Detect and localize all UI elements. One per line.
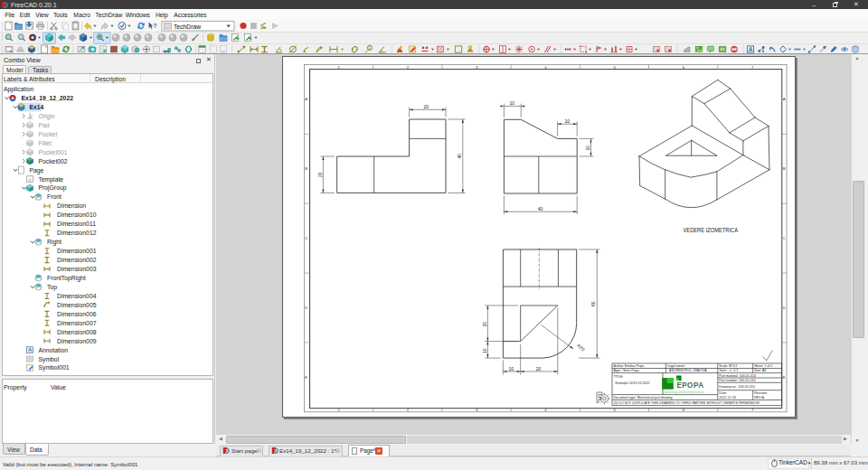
svg-text:TITLE:: TITLE: bbox=[614, 375, 624, 379]
svg-text:R20: R20 bbox=[576, 343, 586, 352]
svg-text:3: 3 bbox=[476, 65, 478, 70]
svg-text:Symbol001: Symbol001 bbox=[39, 364, 70, 371]
svg-text:2022-12-18: 2022-12-18 bbox=[719, 396, 735, 400]
svg-text:2: 2 bbox=[407, 65, 410, 70]
svg-text:Dimension012: Dimension012 bbox=[57, 230, 97, 236]
svg-text:Engineering and Drafting Servi: Engineering and Drafting Services bbox=[662, 390, 704, 394]
svg-text:Dimension001: Dimension001 bbox=[57, 248, 97, 254]
svg-text:10: 10 bbox=[565, 118, 571, 124]
svg-text:6: 6 bbox=[683, 65, 685, 70]
svg-text:Top: Top bbox=[47, 284, 57, 291]
svg-text:C: C bbox=[783, 236, 786, 240]
svg-text:B: B bbox=[305, 166, 307, 171]
svg-text:Legal owner:: Legal owner: bbox=[667, 364, 686, 368]
svg-text:A: A bbox=[28, 347, 33, 352]
svg-text:Part material: 100-01-014: Part material: 100-01-014 bbox=[719, 374, 756, 378]
svg-text:5: 5 bbox=[613, 65, 616, 70]
svg-text:Pocket001: Pocket001 bbox=[39, 149, 68, 155]
svg-text:Pocket: Pocket bbox=[39, 131, 58, 137]
svg-text:10: 10 bbox=[509, 366, 514, 371]
svg-text:Annotation: Annotation bbox=[39, 347, 69, 353]
svg-text:Dimension002: Dimension002 bbox=[57, 257, 97, 263]
svg-text:EPOPA: EPOPA bbox=[676, 381, 703, 390]
svg-text:7: 7 bbox=[751, 65, 754, 70]
svg-text:Dimension005: Dimension005 bbox=[57, 302, 97, 308]
svg-text:D: D bbox=[305, 306, 307, 310]
svg-text:10: 10 bbox=[482, 348, 487, 353]
svg-text:Appr.: Sorin Popa: Appr.: Sorin Popa bbox=[614, 369, 639, 372]
svg-text:Date:: Date: bbox=[719, 391, 727, 395]
svg-text:20: 20 bbox=[536, 366, 542, 371]
svg-text:Document type: Mechanical pa: Document type: Mechanical part drawing bbox=[614, 396, 673, 400]
svg-text:Front: Front bbox=[47, 193, 61, 200]
svg-text:Dimension010: Dimension010 bbox=[57, 212, 97, 218]
svg-text:Revision:: Revision: bbox=[754, 391, 768, 395]
svg-text:A: A bbox=[783, 97, 786, 101]
svg-text:Part number: 100-01-014: Part number: 100-01-014 bbox=[719, 379, 755, 382]
svg-text:Symbol: Symbol bbox=[39, 356, 60, 363]
svg-text:1: 1 bbox=[338, 65, 341, 70]
svg-text:Dimension004: Dimension004 bbox=[57, 293, 97, 299]
svg-text:40: 40 bbox=[538, 206, 543, 212]
svg-text:ProjGroup: ProjGroup bbox=[39, 184, 67, 192]
svg-text:Page: Page bbox=[30, 167, 44, 174]
svg-text:60: 60 bbox=[590, 301, 596, 306]
svg-text:Right: Right bbox=[47, 239, 61, 246]
svg-text:Dimension006: Dimension006 bbox=[57, 311, 97, 317]
svg-text:20: 20 bbox=[424, 104, 429, 109]
svg-text:Ex14: Ex14 bbox=[30, 104, 44, 110]
svg-text:Template: Template bbox=[39, 176, 64, 183]
svg-text:A: A bbox=[749, 46, 753, 52]
svg-text:Sheet: 1 of 1: Sheet: 1 of 1 bbox=[754, 364, 772, 368]
svg-text:10: 10 bbox=[510, 100, 515, 106]
svg-text:Dimension003: Dimension003 bbox=[57, 266, 97, 272]
svg-text:FrontTopRight: FrontTopRight bbox=[47, 275, 86, 282]
svg-text:E: E bbox=[305, 375, 307, 380]
svg-text:ASCENSORUL CRAIOVA: ASCENSORUL CRAIOVA bbox=[669, 369, 707, 372]
svg-text:Scale: M 3:2: Scale: M 3:2 bbox=[719, 364, 737, 368]
svg-text:Origin: Origin bbox=[39, 113, 55, 120]
svg-text:Exemplu 14/19.12.2022: Exemplu 14/19.12.2022 bbox=[616, 381, 650, 385]
svg-text:E: E bbox=[783, 375, 786, 380]
svg-text:Dimension008: Dimension008 bbox=[57, 329, 97, 335]
svg-text:VEDERE IZOMETRICA: VEDERE IZOMETRICA bbox=[684, 227, 739, 233]
svg-text:20: 20 bbox=[317, 172, 323, 177]
svg-text:D: D bbox=[783, 306, 786, 310]
svg-text:10: 10 bbox=[585, 146, 590, 151]
svg-text:Author: Emilian Popa: Author: Emilian Popa bbox=[614, 364, 645, 368]
svg-text:Dimension007: Dimension007 bbox=[57, 320, 97, 326]
svg-text:Dimension011: Dimension011 bbox=[57, 221, 96, 227]
svg-text:20: 20 bbox=[482, 322, 487, 327]
svg-text:REV A: REV A bbox=[754, 396, 764, 400]
svg-text:B: B bbox=[783, 166, 786, 171]
svg-text:Drawing no.: 100-01-014: Drawing no.: 100-01-014 bbox=[719, 385, 755, 389]
svg-text:A: A bbox=[305, 97, 307, 101]
svg-text:Pocket002: Pocket002 bbox=[39, 158, 68, 164]
svg-text:Pad: Pad bbox=[39, 122, 50, 128]
svg-text:40: 40 bbox=[457, 154, 462, 159]
svg-text:Toler.: +/- 0.1: Toler.: +/- 0.1 bbox=[719, 369, 738, 372]
svg-text:C: C bbox=[305, 236, 307, 240]
svg-text:Dimension: Dimension bbox=[57, 202, 86, 209]
svg-text:Fillet: Fillet bbox=[39, 140, 52, 146]
svg-text:4: 4 bbox=[544, 65, 547, 70]
svg-text:Ex14_19_12_2022: Ex14_19_12_2022 bbox=[22, 95, 74, 101]
svg-text:(X) DO NOT DUPLICATE THIS DRAW: (X) DO NOT DUPLICATE THIS DRAWING TO THI… bbox=[614, 401, 760, 405]
svg-text:Size: A3: Size: A3 bbox=[754, 369, 766, 372]
svg-text:Dimension009: Dimension009 bbox=[57, 338, 97, 344]
svg-text:Application: Application bbox=[4, 86, 33, 93]
